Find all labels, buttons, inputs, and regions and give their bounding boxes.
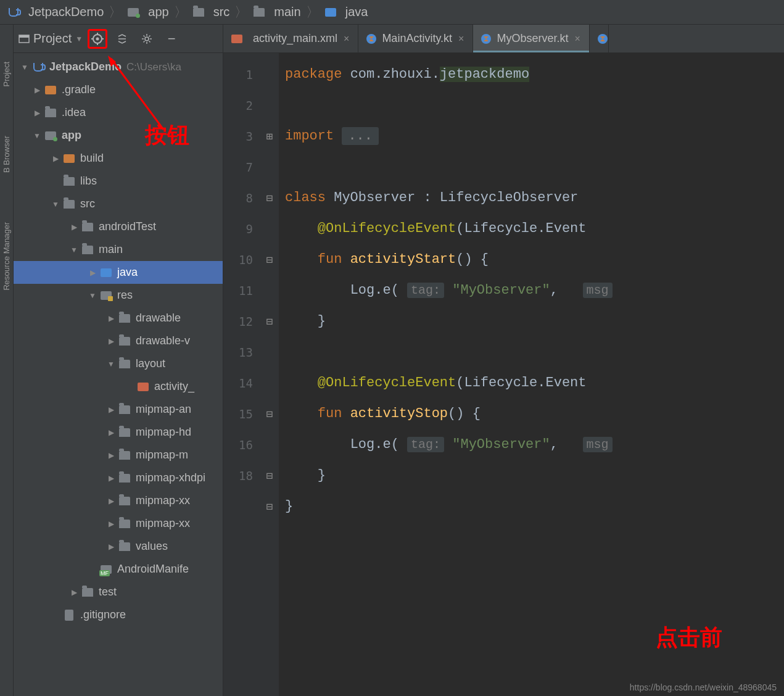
tree-item-libs[interactable]: libs xyxy=(14,170,223,193)
chevron-down-icon: ▼ xyxy=(106,360,116,368)
rail-project[interactable]: Project xyxy=(2,62,11,86)
line-number: 8 xyxy=(223,183,253,213)
folder-icon xyxy=(118,518,131,529)
fold-end-icon[interactable]: ⊟ xyxy=(260,306,279,337)
tree-item-drawable-v[interactable]: ▶ drawable-v xyxy=(14,329,223,352)
breadcrumb-src[interactable]: src xyxy=(189,5,234,19)
breadcrumb-main[interactable]: main xyxy=(249,5,304,19)
rail-browser[interactable]: B Browser xyxy=(2,136,11,173)
tree-item-java[interactable]: ▶ java xyxy=(14,261,223,284)
gear-icon xyxy=(141,33,152,44)
tree-item-gitignore[interactable]: .gitignore xyxy=(14,603,223,626)
editor-panel: activity_main.xml × MainActivity.kt × My… xyxy=(223,25,784,696)
folder-icon xyxy=(118,427,131,438)
breadcrumb-label: src xyxy=(213,5,230,19)
tree-item-test[interactable]: ▶ test xyxy=(14,581,223,603)
folder-module-icon xyxy=(127,7,139,18)
chevron-right-icon: ▶ xyxy=(106,314,116,323)
tree-item-mipmap-hd[interactable]: ▶ mipmap-hd xyxy=(14,421,223,444)
fold-end-icon[interactable]: ⊟ xyxy=(260,491,279,522)
fold-collapse-icon[interactable]: ⊟ xyxy=(260,244,279,275)
select-opened-file-button[interactable] xyxy=(88,29,107,49)
tree-item-layout[interactable]: ▼ layout xyxy=(14,352,223,375)
tree-item-main[interactable]: ▼ main xyxy=(14,238,223,261)
tree-label: main xyxy=(99,243,123,256)
tree-item-mipmap-md[interactable]: ▶ mipmap-m xyxy=(14,444,223,466)
tree-label: mipmap-xx xyxy=(136,517,190,530)
tree-label: AndroidManife xyxy=(117,563,189,576)
file-icon xyxy=(63,610,75,621)
tree-item-idea[interactable]: ▶ .idea xyxy=(14,101,223,124)
tree-item-mipmap-an[interactable]: ▶ mipmap-an xyxy=(14,398,223,421)
tree-item-drawable[interactable]: ▶ drawable xyxy=(14,307,223,329)
fold-end-icon[interactable]: ⊟ xyxy=(260,460,279,491)
tab-my-observer-kt[interactable]: MyObserver.kt × xyxy=(473,25,589,52)
tree-root[interactable]: ▼ JetpackDemo C:\Users\ka xyxy=(14,56,223,78)
breadcrumb-project[interactable]: JetpackDemo xyxy=(4,5,107,19)
fold-collapse-icon[interactable]: ⊟ xyxy=(260,399,279,429)
rail-resource[interactable]: Resource Manager xyxy=(2,222,11,291)
tree-label: values xyxy=(136,540,168,553)
settings-button[interactable] xyxy=(137,29,157,49)
tab-partial[interactable] xyxy=(590,25,609,52)
kotlin-file-icon xyxy=(366,33,377,44)
tree-item-res[interactable]: ▼ res xyxy=(14,284,223,307)
fold-expand-icon[interactable]: ⊞ xyxy=(260,121,279,152)
hide-panel-button[interactable]: − xyxy=(162,29,181,49)
project-tree[interactable]: ▼ JetpackDemo C:\Users\ka ▶ .gradle ▶ .i… xyxy=(14,53,223,696)
minimize-icon: − xyxy=(168,31,176,47)
tree-item-manifest[interactable]: AndroidManife xyxy=(14,558,223,581)
kotlin-file-icon xyxy=(597,33,608,44)
code-area[interactable]: package com.zhouxi.jetpackdemo import ..… xyxy=(279,53,784,696)
tree-item-build[interactable]: ▶ build xyxy=(14,147,223,170)
chevron-right-icon: 〉 xyxy=(109,3,122,22)
panel-title-dropdown[interactable]: Project ▼ xyxy=(19,31,83,46)
folder-icon xyxy=(63,176,75,187)
breadcrumb-java[interactable]: java xyxy=(321,5,372,19)
close-icon[interactable]: × xyxy=(573,33,581,44)
tree-item-app[interactable]: ▼ app xyxy=(14,124,223,147)
chevron-right-icon: ▶ xyxy=(69,223,79,231)
target-icon xyxy=(91,33,104,45)
close-icon[interactable]: × xyxy=(342,33,350,44)
editor-tab-bar: activity_main.xml × MainActivity.kt × My… xyxy=(223,25,784,53)
chevron-right-icon: ▶ xyxy=(106,474,116,483)
breadcrumb-app[interactable]: app xyxy=(123,5,172,19)
folder-icon xyxy=(118,541,131,552)
tree-item-values[interactable]: ▶ values xyxy=(14,535,223,558)
chevron-right-icon: 〉 xyxy=(306,3,320,22)
folder-icon xyxy=(253,7,265,18)
folder-icon xyxy=(63,199,75,210)
cup-icon xyxy=(32,62,44,73)
tree-item-src[interactable]: ▼ src xyxy=(14,193,223,215)
folder-icon xyxy=(118,404,131,415)
breadcrumb: JetpackDemo 〉 app 〉 src 〉 main 〉 java xyxy=(0,0,784,25)
folder-icon xyxy=(44,107,57,118)
fold-gutter: ⊞ ⊟ ⊟ ⊟ ⊟ ⊟ ⊟ xyxy=(260,53,279,696)
editor-body[interactable]: 1 2 3 7 8 9 10 11 12 13 14 15 16 18 ⊞ xyxy=(223,53,784,696)
line-number: 13 xyxy=(223,337,253,368)
tab-main-activity-kt[interactable]: MainActivity.kt × xyxy=(358,25,473,52)
expand-all-button[interactable] xyxy=(112,29,132,49)
tree-label: res xyxy=(117,289,133,302)
chevron-down-icon: ▼ xyxy=(75,35,83,43)
tree-item-gradle[interactable]: ▶ .gradle xyxy=(14,78,223,101)
tab-activity-main-xml[interactable]: activity_main.xml × xyxy=(223,25,358,52)
tree-item-mipmap-xx2[interactable]: ▶ mipmap-xx xyxy=(14,512,223,535)
chevron-down-icon: ▼ xyxy=(51,200,60,209)
line-number: 12 xyxy=(223,306,253,337)
tree-item-androidtest[interactable]: ▶ androidTest xyxy=(14,215,223,238)
tree-item-mipmap-xx[interactable]: ▶ mipmap-xx xyxy=(14,489,223,512)
tree-label: test xyxy=(99,586,117,599)
chevron-down-icon: ▼ xyxy=(69,246,79,254)
close-icon[interactable]: × xyxy=(457,33,465,44)
tree-label: mipmap-an xyxy=(136,403,191,416)
tree-label: libs xyxy=(80,175,97,188)
fold-collapse-icon[interactable]: ⊟ xyxy=(260,183,279,213)
chevron-right-icon: ▶ xyxy=(32,109,42,117)
tab-label: MyObserver.kt xyxy=(497,32,568,45)
xml-file-icon xyxy=(231,33,243,44)
chevron-down-icon: ▼ xyxy=(20,63,30,72)
tree-item-mipmap-xhdpi[interactable]: ▶ mipmap-xhdpi xyxy=(14,466,223,489)
tree-item-activity-xml[interactable]: activity_ xyxy=(14,375,223,398)
